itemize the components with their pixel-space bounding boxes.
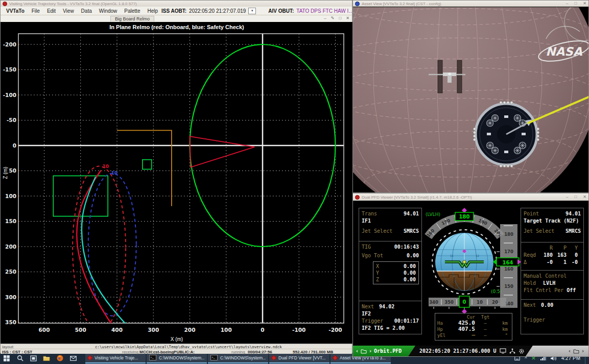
pfd-nav-bar: ‹ › Orbit.PFD 2022:05:20 21:27:06.000 U xyxy=(353,346,588,356)
taskbar-button-vvtato[interactable]: Visiting Vehicle Traje... xyxy=(85,353,146,363)
pfd-page-selector-right[interactable]: ‹ › xyxy=(526,346,588,356)
minimize-icon[interactable]: – xyxy=(566,195,568,199)
approach-corridor xyxy=(190,136,255,167)
target-box xyxy=(143,160,152,169)
menu-palette[interactable]: Palette xyxy=(121,8,144,14)
jet-select-label: Jet Select xyxy=(524,228,554,235)
axis-x-label: X xyxy=(376,263,379,270)
svg-text:100: 100 xyxy=(5,193,16,199)
asset-view-window: Asset View [VVTaTo 3.2 final] (CST - con… xyxy=(352,0,589,193)
svg-text:150: 150 xyxy=(504,284,513,289)
task-view-icon xyxy=(30,355,37,361)
svg-text:200: 200 xyxy=(184,327,196,333)
menu-edit[interactable]: Edit xyxy=(43,8,59,14)
pfd-page-title: Orbit.PFD xyxy=(374,348,402,354)
point-label: Point xyxy=(524,210,539,217)
col-pitch: P xyxy=(553,245,567,252)
gear-icon[interactable] xyxy=(519,348,525,354)
svg-text:350: 350 xyxy=(5,319,16,325)
svg-text:170: 170 xyxy=(504,249,513,254)
manual-control-label: Manual Control xyxy=(524,273,581,280)
pane-restore-icon[interactable]: □ xyxy=(339,16,341,20)
svg-text:50: 50 xyxy=(9,167,16,174)
svg-text:0: 0 xyxy=(13,142,16,149)
track-mode: Target Track (N2F) xyxy=(524,217,581,225)
asset-titlebar[interactable]: Asset View [VVTaTo 3.2 final] (CST - con… xyxy=(353,1,588,7)
svg-text:600: 600 xyxy=(39,327,50,333)
menu-vvtato[interactable]: VVTaTo xyxy=(3,8,28,14)
relmo-plot[interactable]: 6005004003002001000-100-200-200-150-100-… xyxy=(1,22,353,344)
asset-3d-view[interactable]: NASA xyxy=(353,7,588,192)
iss-aobt-label: ISS AOBT: xyxy=(161,8,186,14)
asset-app-icon xyxy=(355,2,360,6)
svg-text:350: 350 xyxy=(444,300,454,305)
axis-x-value: 0.00 xyxy=(404,263,416,270)
axis-z-value: 0.00 xyxy=(404,276,416,283)
close-icon[interactable]: ✕ xyxy=(583,195,586,199)
pane-minimize-icon[interactable]: – xyxy=(324,16,326,20)
prev-page-icon[interactable]: ‹ xyxy=(356,349,359,354)
windows-logo-icon xyxy=(4,355,10,361)
restore-icon[interactable]: □ xyxy=(574,2,577,6)
reqd-pitch: 163 xyxy=(553,252,567,259)
orbit-altitude-table: Cur Tgt Ha 425.0 – km Hp 407.5 – km yEl … xyxy=(435,313,512,341)
vgo-value: 0.00 xyxy=(407,252,419,259)
next-page-icon[interactable]: › xyxy=(369,349,372,354)
receiving-label: receiving xyxy=(122,350,138,354)
pane-edit-icon[interactable]: ✎ xyxy=(331,16,335,20)
close-icon[interactable]: ✕ xyxy=(583,2,586,6)
wireframe-sphere xyxy=(353,7,588,192)
restore-icon[interactable]: □ xyxy=(574,195,577,199)
x-axis-label: X (m) xyxy=(1,336,353,342)
pane-close-icon[interactable]: ✕ xyxy=(346,16,349,20)
tig2-note: IF2 TIG = 2.00 xyxy=(362,325,419,332)
taskbar-button-dual-pfd[interactable]: Dual PFD Viewer [VVT... xyxy=(269,353,329,363)
trans-value: 94.01 xyxy=(404,210,419,217)
search-icon xyxy=(17,355,23,361)
display-icon[interactable] xyxy=(500,348,506,354)
pfd-titlebar[interactable]: Dual PFD Viewer [VVTaTo 3.2 Small] (r1.4… xyxy=(353,193,588,201)
pfd-page-selector[interactable]: ‹ › Orbit.PFD xyxy=(353,346,415,356)
window-title: Visiting Vehicle Trajectory Tools - VVTa… xyxy=(9,2,350,6)
svg-text:200: 200 xyxy=(5,244,16,250)
pfd-window-title: Dual PFD Viewer [VVTaTo 3.2 Small] (r1.4… xyxy=(362,195,566,200)
menu-file[interactable]: File xyxy=(28,8,43,14)
pfd-display: Trans 94.01 IF1 Jet Select SMRCS TIG 00:… xyxy=(353,201,588,346)
svg-text:-200: -200 xyxy=(328,327,342,333)
svg-text:-100: -100 xyxy=(3,92,16,98)
iss-aobt-dropdown[interactable]: ▾ xyxy=(248,8,256,14)
z-axis-label: Z (m) xyxy=(3,167,8,179)
folder-icon xyxy=(361,349,367,354)
menu-data[interactable]: Data xyxy=(78,8,96,14)
trans-label: Trans xyxy=(362,210,377,217)
nasa-logo-text: NASA xyxy=(546,45,582,58)
menu-view[interactable]: View xyxy=(59,8,78,14)
svg-text:-200: -200 xyxy=(3,41,16,47)
svg-text:340: 340 xyxy=(429,300,438,305)
axis-y-value: 0.00 xyxy=(404,270,416,276)
prev-page-icon[interactable]: ‹ xyxy=(568,349,571,354)
menu-help[interactable]: Help xyxy=(144,8,161,14)
plot-title: In Plane Relmo (red: Onboard, blue: Safe… xyxy=(1,24,353,30)
next-page-icon[interactable]: › xyxy=(581,349,584,354)
vvtato-icon xyxy=(87,355,92,360)
menu-window[interactable]: Window xyxy=(96,8,121,14)
layout-path: c:\users\mcwilkin\AppData\Local\Temp\dha… xyxy=(95,345,282,349)
vgo-label: Vgo Tot xyxy=(362,252,383,259)
aiv-obut-value: TATO DPS FTC HAW IME I... xyxy=(296,8,357,14)
tab-big-board-relmo[interactable]: Big Board Relmo xyxy=(110,16,154,21)
next-mode: IF2 xyxy=(362,310,419,318)
network-icon[interactable] xyxy=(509,348,515,354)
main-titlebar[interactable]: Visiting Vehicle Trajectory Tools - VVTa… xyxy=(1,1,352,7)
receiving-value: MCCH:cst-boeingPUBLIC:A: xyxy=(139,350,195,354)
taskbar-button-console-1[interactable]: >_ C:\WINDOWS\system... xyxy=(147,353,207,363)
aiv-obut-label: AIV OBUT: xyxy=(268,8,294,14)
minimize-icon[interactable]: – xyxy=(566,2,568,6)
roll-current-value: 0 xyxy=(463,299,466,305)
reqd-label: Reqd xyxy=(524,252,539,259)
svg-text:250: 250 xyxy=(5,269,16,275)
delta-yaw: -0 xyxy=(567,259,578,266)
taskbar-button-console-2[interactable]: >_ C:\WINDOWS\system... xyxy=(208,353,268,363)
relmo-plot-canvas[interactable]: 6005004003002001000-100-200-200-150-100-… xyxy=(1,22,353,344)
svg-text:-100: -100 xyxy=(292,327,305,333)
